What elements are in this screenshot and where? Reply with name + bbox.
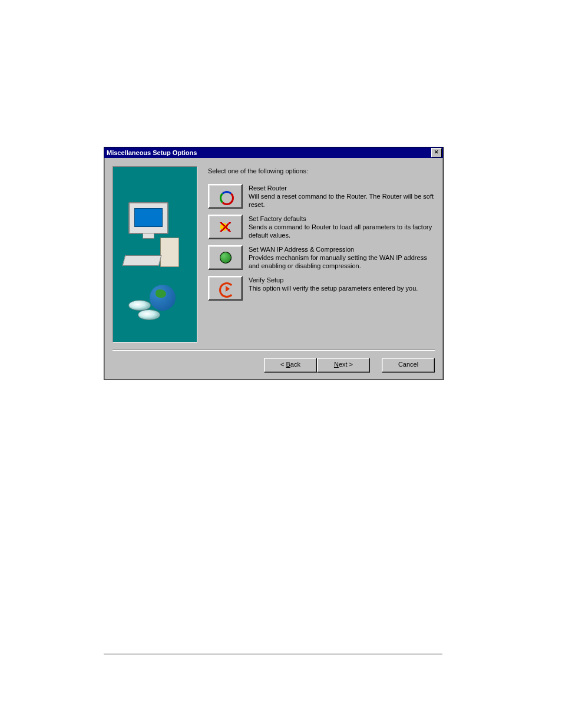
keyboard-icon xyxy=(123,255,162,266)
cd-icon xyxy=(138,309,160,320)
option-desc: This option will verify the setup parame… xyxy=(249,284,435,292)
option-title: Set WAN IP Address & Compression xyxy=(249,245,435,253)
verify-setup-button[interactable] xyxy=(208,276,243,301)
option-title: Set Factory defaults xyxy=(249,215,435,223)
wizard-side-image xyxy=(113,166,197,342)
reset-router-button[interactable] xyxy=(208,184,243,209)
next-label-rest: ext > xyxy=(339,361,353,368)
option-desc: Provides mechanism for manually setting … xyxy=(249,253,435,270)
options-panel: Select one of the following options: Res… xyxy=(197,166,435,342)
computer-tower-icon xyxy=(160,238,179,267)
refresh-arrow-icon xyxy=(217,282,234,295)
option-desc: Will send a reset command to the Router.… xyxy=(249,192,435,209)
option-text: Verify Setup This option will verify the… xyxy=(249,276,435,292)
option-text: Set WAN IP Address & Compression Provide… xyxy=(249,245,435,270)
page-footer-rule xyxy=(104,654,442,654)
option-verify-setup: Verify Setup This option will verify the… xyxy=(208,276,435,301)
option-wan-ip: Set WAN IP Address & Compression Provide… xyxy=(208,245,435,270)
globe-network-icon xyxy=(217,251,234,264)
option-factory-defaults: Set Factory defaults Sends a command to … xyxy=(208,215,435,239)
factory-defaults-button[interactable] xyxy=(208,215,243,239)
option-text: Reset Router Will send a reset command t… xyxy=(249,184,435,209)
next-mnemonic: N xyxy=(334,361,339,368)
back-label-rest: ack xyxy=(290,361,300,368)
option-text: Set Factory defaults Sends a command to … xyxy=(249,215,435,239)
dialog-title: Miscellaneous Setup Options xyxy=(107,147,197,158)
option-title: Verify Setup xyxy=(249,276,435,284)
prompt-text: Select one of the following options: xyxy=(208,167,435,174)
reset-icon xyxy=(217,190,234,203)
wan-ip-button[interactable] xyxy=(208,245,243,270)
option-desc: Sends a command to Router to load all pa… xyxy=(249,223,435,239)
explosion-icon xyxy=(217,220,234,233)
computer-monitor-icon xyxy=(128,202,168,234)
globe-icon xyxy=(150,285,176,311)
next-button[interactable]: Next > xyxy=(317,358,370,373)
monitor-stand-icon xyxy=(143,233,154,239)
titlebar: Miscellaneous Setup Options ✕ xyxy=(104,147,443,158)
back-button[interactable]: < Back xyxy=(264,358,317,373)
cancel-button[interactable]: Cancel xyxy=(382,358,435,373)
back-chevron: < xyxy=(280,361,286,368)
dialog-content: Select one of the following options: Res… xyxy=(104,158,443,380)
wizard-button-row: < Back Next > Cancel xyxy=(113,358,435,373)
close-button[interactable]: ✕ xyxy=(431,148,442,157)
back-mnemonic: B xyxy=(286,361,290,368)
option-reset-router: Reset Router Will send a reset command t… xyxy=(208,184,435,209)
option-title: Reset Router xyxy=(249,184,435,192)
dialog-window: Miscellaneous Setup Options ✕ Select one… xyxy=(104,147,444,380)
separator xyxy=(113,350,435,351)
